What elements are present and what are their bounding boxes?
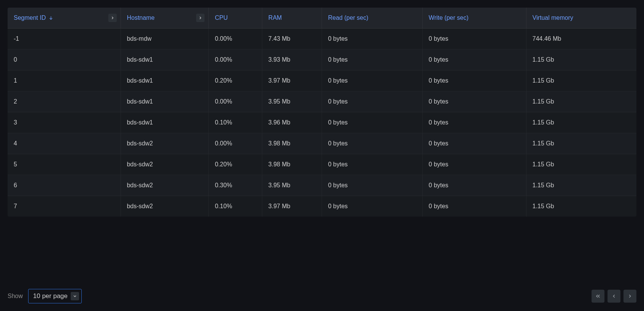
cell-cpu: 0.10% — [209, 112, 262, 133]
header-label: Hostname — [127, 14, 155, 21]
cell-cpu: 0.20% — [209, 70, 262, 91]
cell-read: 0 bytes — [322, 70, 423, 91]
cell-write: 0 bytes — [423, 133, 527, 154]
table-footer: Show 10 per page — [8, 274, 636, 303]
cell-ram: 3.97 Mb — [262, 196, 322, 217]
table-row: 4bds-sdw20.00%3.98 Mb0 bytes0 bytes1.15 … — [8, 133, 636, 154]
segment-monitoring-table: Segment ID Hostname — [8, 8, 636, 274]
cell-write: 0 bytes — [423, 175, 527, 196]
arrow-down-icon — [48, 15, 54, 21]
cell-write: 0 bytes — [423, 91, 527, 112]
cell-read: 0 bytes — [322, 175, 423, 196]
cell-segment: 1 — [8, 70, 121, 91]
cell-cpu: 0.30% — [209, 175, 262, 196]
header-ram[interactable]: RAM — [262, 8, 322, 29]
cell-write: 0 bytes — [423, 112, 527, 133]
chevron-down-icon — [71, 292, 79, 300]
cell-hostname: bds-sdw1 — [121, 49, 209, 70]
cell-ram: 7.43 Mb — [262, 29, 322, 49]
page-size-select[interactable]: 10 per page — [28, 289, 82, 303]
cell-write: 0 bytes — [423, 70, 527, 91]
cell-vmem: 1.15 Gb — [527, 196, 637, 217]
cell-read: 0 bytes — [322, 133, 423, 154]
cell-read: 0 bytes — [322, 154, 423, 175]
table-row: 0bds-sdw10.00%3.93 Mb0 bytes0 bytes1.15 … — [8, 49, 636, 70]
cell-segment: 3 — [8, 112, 121, 133]
cell-vmem: 1.15 Gb — [527, 70, 637, 91]
cell-write: 0 bytes — [423, 196, 527, 217]
table-row: 6bds-sdw20.30%3.95 Mb0 bytes0 bytes1.15 … — [8, 175, 636, 196]
cell-cpu: 0.20% — [209, 154, 262, 175]
cell-vmem: 744.46 Mb — [527, 29, 637, 49]
cell-cpu: 0.00% — [209, 91, 262, 112]
column-expand-button[interactable] — [196, 14, 205, 22]
cell-hostname: bds-sdw2 — [121, 133, 209, 154]
cell-segment: -1 — [8, 29, 121, 49]
cell-hostname: bds-sdw2 — [121, 175, 209, 196]
cell-hostname: bds-sdw2 — [121, 196, 209, 217]
header-hostname[interactable]: Hostname — [121, 8, 209, 29]
cell-cpu: 0.00% — [209, 29, 262, 49]
cell-ram: 3.98 Mb — [262, 133, 322, 154]
header-write[interactable]: Write (per sec) — [423, 8, 527, 29]
cell-vmem: 1.15 Gb — [527, 91, 637, 112]
cell-vmem: 1.15 Gb — [527, 154, 637, 175]
header-cpu[interactable]: CPU — [209, 8, 262, 29]
cell-read: 0 bytes — [322, 29, 423, 49]
cell-vmem: 1.15 Gb — [527, 175, 637, 196]
table-row: 3bds-sdw10.10%3.96 Mb0 bytes0 bytes1.15 … — [8, 112, 636, 133]
first-page-button[interactable] — [592, 290, 604, 303]
cell-read: 0 bytes — [322, 49, 423, 70]
table-row: 7bds-sdw20.10%3.97 Mb0 bytes0 bytes1.15 … — [8, 196, 636, 217]
cell-read: 0 bytes — [322, 196, 423, 217]
header-label: Segment ID — [14, 14, 46, 21]
cell-read: 0 bytes — [322, 112, 423, 133]
cell-ram: 3.95 Mb — [262, 175, 322, 196]
cell-write: 0 bytes — [423, 29, 527, 49]
prev-page-button[interactable] — [608, 290, 620, 303]
cell-ram: 3.93 Mb — [262, 49, 322, 70]
header-label: Read (per sec) — [328, 14, 368, 21]
cell-ram: 3.97 Mb — [262, 70, 322, 91]
cell-hostname: bds-mdw — [121, 29, 209, 49]
header-label: CPU — [215, 14, 228, 21]
cell-segment: 7 — [8, 196, 121, 217]
header-label: RAM — [268, 14, 282, 21]
cell-ram: 3.96 Mb — [262, 112, 322, 133]
table-row: 5bds-sdw20.20%3.98 Mb0 bytes0 bytes1.15 … — [8, 154, 636, 175]
cell-segment: 4 — [8, 133, 121, 154]
cell-hostname: bds-sdw1 — [121, 112, 209, 133]
table-row: -1bds-mdw0.00%7.43 Mb0 bytes0 bytes744.4… — [8, 29, 636, 49]
cell-vmem: 1.15 Gb — [527, 112, 637, 133]
cell-vmem: 1.15 Gb — [527, 49, 637, 70]
cell-hostname: bds-sdw1 — [121, 91, 209, 112]
cell-segment: 2 — [8, 91, 121, 112]
cell-cpu: 0.00% — [209, 133, 262, 154]
cell-cpu: 0.10% — [209, 196, 262, 217]
cell-hostname: bds-sdw1 — [121, 70, 209, 91]
column-expand-button[interactable] — [108, 14, 117, 22]
header-label: Write (per sec) — [429, 14, 469, 21]
table-row: 1bds-sdw10.20%3.97 Mb0 bytes0 bytes1.15 … — [8, 70, 636, 91]
header-read[interactable]: Read (per sec) — [322, 8, 423, 29]
cell-vmem: 1.15 Gb — [527, 133, 637, 154]
header-vmem[interactable]: Virtual memory — [527, 8, 637, 29]
cell-cpu: 0.00% — [209, 49, 262, 70]
next-page-button[interactable] — [623, 290, 636, 303]
cell-ram: 3.98 Mb — [262, 154, 322, 175]
table-row: 2bds-sdw10.00%3.95 Mb0 bytes0 bytes1.15 … — [8, 91, 636, 112]
cell-write: 0 bytes — [423, 154, 527, 175]
cell-segment: 5 — [8, 154, 121, 175]
cell-segment: 6 — [8, 175, 121, 196]
cell-segment: 0 — [8, 49, 121, 70]
page-size-value: 10 per page — [33, 292, 68, 300]
show-label: Show — [8, 293, 23, 300]
header-label: Virtual memory — [533, 14, 573, 21]
cell-read: 0 bytes — [322, 91, 423, 112]
cell-write: 0 bytes — [423, 49, 527, 70]
cell-hostname: bds-sdw2 — [121, 154, 209, 175]
cell-ram: 3.95 Mb — [262, 91, 322, 112]
header-segment-id[interactable]: Segment ID — [8, 8, 121, 29]
